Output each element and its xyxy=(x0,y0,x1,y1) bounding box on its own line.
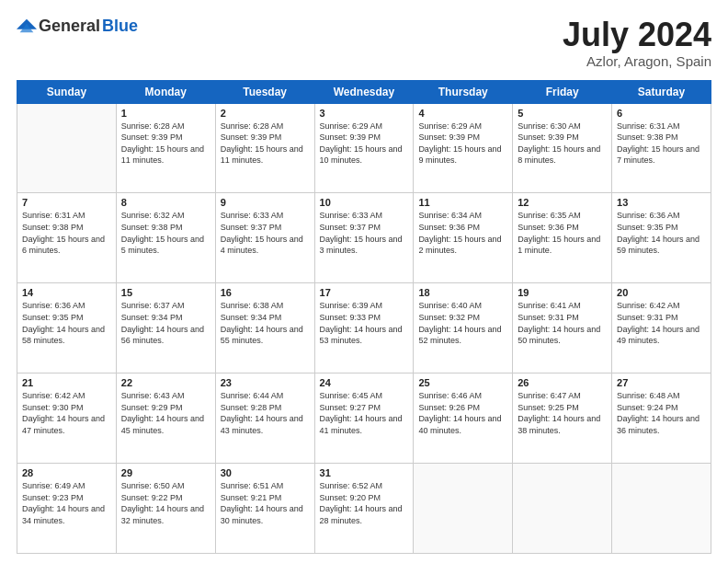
table-row: 24Sunrise: 6:45 AMSunset: 9:27 PMDayligh… xyxy=(314,373,414,464)
day-info: Sunrise: 6:34 AMSunset: 9:36 PMDaylight:… xyxy=(418,210,507,256)
table-row: 13Sunrise: 6:36 AMSunset: 9:35 PMDayligh… xyxy=(612,193,711,283)
day-number: 19 xyxy=(518,287,607,298)
table-row: 29Sunrise: 6:50 AMSunset: 9:22 PMDayligh… xyxy=(116,464,215,554)
day-number: 6 xyxy=(617,108,706,119)
table-row: 16Sunrise: 6:38 AMSunset: 9:34 PMDayligh… xyxy=(215,283,314,373)
header: GeneralBlue July 2024 Azlor, Aragon, Spa… xyxy=(17,17,711,69)
day-number: 31 xyxy=(320,467,409,478)
table-row: 15Sunrise: 6:37 AMSunset: 9:34 PMDayligh… xyxy=(116,283,215,373)
logo-general-text: General xyxy=(39,17,100,36)
day-info: Sunrise: 6:36 AMSunset: 9:35 PMDaylight:… xyxy=(22,300,111,346)
day-info: Sunrise: 6:37 AMSunset: 9:34 PMDaylight:… xyxy=(121,300,210,346)
day-info: Sunrise: 6:47 AMSunset: 9:25 PMDaylight:… xyxy=(518,390,607,436)
day-number: 22 xyxy=(121,377,210,388)
table-row: 7Sunrise: 6:31 AMSunset: 9:38 PMDaylight… xyxy=(17,193,117,283)
day-number: 5 xyxy=(518,108,607,119)
day-info: Sunrise: 6:31 AMSunset: 9:38 PMDaylight:… xyxy=(22,210,111,256)
day-info: Sunrise: 6:51 AMSunset: 9:21 PMDaylight:… xyxy=(221,480,310,526)
title-location: Azlor, Aragon, Spain xyxy=(563,53,711,69)
weekday-header-row: Sunday Monday Tuesday Wednesday Thursday… xyxy=(17,80,711,103)
table-row: 20Sunrise: 6:42 AMSunset: 9:31 PMDayligh… xyxy=(612,283,711,373)
logo-blue-text: Blue xyxy=(102,17,138,36)
day-number: 7 xyxy=(22,197,111,208)
day-info: Sunrise: 6:40 AMSunset: 9:32 PMDaylight:… xyxy=(418,300,507,346)
table-row xyxy=(612,464,711,554)
day-number: 21 xyxy=(22,377,111,388)
table-row: 27Sunrise: 6:48 AMSunset: 9:24 PMDayligh… xyxy=(612,373,711,464)
table-row: 1Sunrise: 6:28 AMSunset: 9:39 PMDaylight… xyxy=(116,103,215,193)
day-number: 15 xyxy=(121,287,210,298)
logo-icon xyxy=(17,16,37,36)
table-row: 31Sunrise: 6:52 AMSunset: 9:20 PMDayligh… xyxy=(314,464,414,554)
table-row xyxy=(414,464,513,554)
day-info: Sunrise: 6:28 AMSunset: 9:39 PMDaylight:… xyxy=(121,121,210,167)
day-info: Sunrise: 6:35 AMSunset: 9:36 PMDaylight:… xyxy=(518,210,607,256)
calendar-table: Sunday Monday Tuesday Wednesday Thursday… xyxy=(17,80,711,554)
day-info: Sunrise: 6:42 AMSunset: 9:30 PMDaylight:… xyxy=(22,390,111,436)
day-info: Sunrise: 6:28 AMSunset: 9:39 PMDaylight:… xyxy=(221,121,310,167)
day-info: Sunrise: 6:42 AMSunset: 9:31 PMDaylight:… xyxy=(617,300,706,346)
day-number: 12 xyxy=(518,197,607,208)
day-number: 2 xyxy=(221,108,310,119)
col-monday: Monday xyxy=(116,80,215,103)
calendar-week-row: 28Sunrise: 6:49 AMSunset: 9:23 PMDayligh… xyxy=(17,464,711,554)
table-row: 18Sunrise: 6:40 AMSunset: 9:32 PMDayligh… xyxy=(414,283,513,373)
day-number: 28 xyxy=(22,467,111,478)
table-row: 26Sunrise: 6:47 AMSunset: 9:25 PMDayligh… xyxy=(513,373,612,464)
col-sunday: Sunday xyxy=(17,80,117,103)
day-number: 18 xyxy=(418,287,507,298)
col-saturday: Saturday xyxy=(612,80,711,103)
table-row: 28Sunrise: 6:49 AMSunset: 9:23 PMDayligh… xyxy=(17,464,117,554)
day-number: 30 xyxy=(221,467,310,478)
table-row: 14Sunrise: 6:36 AMSunset: 9:35 PMDayligh… xyxy=(17,283,117,373)
day-number: 16 xyxy=(221,287,310,298)
calendar-week-row: 7Sunrise: 6:31 AMSunset: 9:38 PMDaylight… xyxy=(17,193,711,283)
calendar-week-row: 14Sunrise: 6:36 AMSunset: 9:35 PMDayligh… xyxy=(17,283,711,373)
day-info: Sunrise: 6:31 AMSunset: 9:38 PMDaylight:… xyxy=(617,121,706,167)
day-number: 23 xyxy=(221,377,310,388)
col-friday: Friday xyxy=(513,80,612,103)
day-info: Sunrise: 6:45 AMSunset: 9:27 PMDaylight:… xyxy=(320,390,409,436)
table-row xyxy=(513,464,612,554)
day-number: 10 xyxy=(320,197,409,208)
day-info: Sunrise: 6:29 AMSunset: 9:39 PMDaylight:… xyxy=(418,121,507,167)
table-row: 10Sunrise: 6:33 AMSunset: 9:37 PMDayligh… xyxy=(314,193,414,283)
table-row: 12Sunrise: 6:35 AMSunset: 9:36 PMDayligh… xyxy=(513,193,612,283)
day-number: 13 xyxy=(617,197,706,208)
day-info: Sunrise: 6:46 AMSunset: 9:26 PMDaylight:… xyxy=(418,390,507,436)
day-number: 11 xyxy=(418,197,507,208)
table-row: 11Sunrise: 6:34 AMSunset: 9:36 PMDayligh… xyxy=(414,193,513,283)
day-info: Sunrise: 6:49 AMSunset: 9:23 PMDaylight:… xyxy=(22,480,111,526)
day-number: 14 xyxy=(22,287,111,298)
day-number: 8 xyxy=(121,197,210,208)
table-row: 19Sunrise: 6:41 AMSunset: 9:31 PMDayligh… xyxy=(513,283,612,373)
day-info: Sunrise: 6:52 AMSunset: 9:20 PMDaylight:… xyxy=(320,480,409,526)
day-info: Sunrise: 6:32 AMSunset: 9:38 PMDaylight:… xyxy=(121,210,210,256)
table-row: 9Sunrise: 6:33 AMSunset: 9:37 PMDaylight… xyxy=(215,193,314,283)
day-number: 9 xyxy=(221,197,310,208)
day-info: Sunrise: 6:48 AMSunset: 9:24 PMDaylight:… xyxy=(617,390,706,436)
day-info: Sunrise: 6:36 AMSunset: 9:35 PMDaylight:… xyxy=(617,210,706,256)
table-row: 30Sunrise: 6:51 AMSunset: 9:21 PMDayligh… xyxy=(215,464,314,554)
day-info: Sunrise: 6:30 AMSunset: 9:39 PMDaylight:… xyxy=(518,121,607,167)
day-number: 1 xyxy=(121,108,210,119)
day-info: Sunrise: 6:38 AMSunset: 9:34 PMDaylight:… xyxy=(221,300,310,346)
day-number: 20 xyxy=(617,287,706,298)
day-info: Sunrise: 6:29 AMSunset: 9:39 PMDaylight:… xyxy=(320,121,409,167)
table-row: 8Sunrise: 6:32 AMSunset: 9:38 PMDaylight… xyxy=(116,193,215,283)
day-number: 25 xyxy=(418,377,507,388)
title-block: July 2024 Azlor, Aragon, Spain xyxy=(563,17,711,69)
table-row: 22Sunrise: 6:43 AMSunset: 9:29 PMDayligh… xyxy=(116,373,215,464)
calendar-week-row: 21Sunrise: 6:42 AMSunset: 9:30 PMDayligh… xyxy=(17,373,711,464)
day-number: 17 xyxy=(320,287,409,298)
calendar-week-row: 1Sunrise: 6:28 AMSunset: 9:39 PMDaylight… xyxy=(17,103,711,193)
day-number: 26 xyxy=(518,377,607,388)
table-row: 25Sunrise: 6:46 AMSunset: 9:26 PMDayligh… xyxy=(414,373,513,464)
day-number: 4 xyxy=(418,108,507,119)
day-info: Sunrise: 6:39 AMSunset: 9:33 PMDaylight:… xyxy=(320,300,409,346)
col-wednesday: Wednesday xyxy=(314,80,414,103)
day-info: Sunrise: 6:43 AMSunset: 9:29 PMDaylight:… xyxy=(121,390,210,436)
title-month: July 2024 xyxy=(563,17,711,53)
day-info: Sunrise: 6:50 AMSunset: 9:22 PMDaylight:… xyxy=(121,480,210,526)
table-row: 2Sunrise: 6:28 AMSunset: 9:39 PMDaylight… xyxy=(215,103,314,193)
